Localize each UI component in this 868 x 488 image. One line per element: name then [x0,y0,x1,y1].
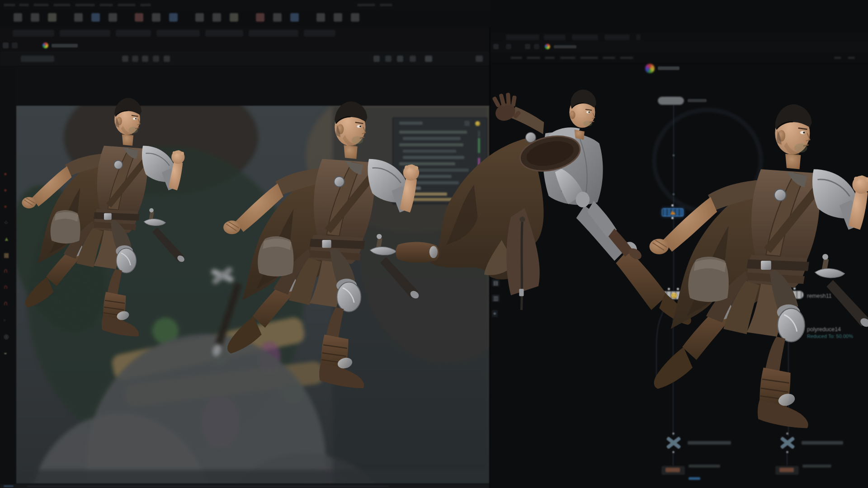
pane-split-icon[interactable] [3,42,9,48]
node-connector[interactable] [784,287,787,290]
shelf-tool-icon[interactable] [74,13,83,22]
shelf-tab[interactable] [13,30,54,37]
node-connector[interactable] [677,288,679,290]
node-connector[interactable] [786,432,788,435]
node-null-left[interactable] [665,436,683,450]
menu-item[interactable] [53,4,71,6]
shelf-tool-icon[interactable] [108,13,117,22]
pane-tab-title[interactable] [554,45,576,48]
menu-item[interactable] [848,56,855,59]
floating-panel[interactable] [392,117,487,204]
path-segment[interactable] [572,34,598,40]
node-upstream[interactable] [658,97,684,105]
snap-points-icon[interactable]: ⁘ [4,220,9,225]
path-segment[interactable] [636,34,641,40]
point-snap-icon[interactable]: ● [4,203,7,209]
viewport-toolbar-icon[interactable] [425,56,432,62]
magnet-icon[interactable]: ∪ [4,268,8,274]
menu-item[interactable] [560,56,576,59]
menu-item[interactable] [357,4,375,6]
pane-option-icon[interactable] [12,42,18,48]
point-snap-icon[interactable]: ● [4,171,7,177]
panel-row[interactable] [403,137,461,140]
path-segment[interactable] [604,34,630,40]
viewport-toolbar-icon[interactable] [397,56,403,62]
menu-item[interactable] [118,4,136,6]
node-connector[interactable] [788,300,791,302]
eye-icon[interactable]: ◉ [492,249,499,256]
panel-pin-icon[interactable] [475,121,480,126]
menu-item[interactable] [75,4,95,6]
node-connector[interactable] [668,288,670,290]
shelf-tool-icon[interactable] [135,13,143,22]
menu-item[interactable] [4,4,15,6]
menu-item[interactable] [510,56,522,59]
shelf-tool-icon[interactable] [334,13,342,22]
panel-row[interactable] [403,150,456,153]
shelf-tool-icon[interactable] [31,13,39,22]
current-node-icon[interactable] [645,64,655,73]
viewport-toolbar-icon[interactable] [122,56,128,62]
shelf-tab[interactable] [249,30,298,37]
shelf-tool-icon[interactable] [169,13,178,22]
menu-item[interactable] [545,56,555,59]
pane-pin-icon[interactable] [534,44,539,49]
panel-link-row[interactable] [410,192,447,196]
shelf-tab[interactable] [60,30,110,37]
node-connector[interactable] [672,432,675,435]
node-null-right[interactable] [778,436,797,450]
viewport-toolbar-icon[interactable] [132,56,138,62]
node-connector[interactable] [671,204,674,206]
pane-divider[interactable] [489,27,491,488]
node-connector[interactable] [672,300,674,303]
normals-icon[interactable]: ▲ [4,236,9,242]
menu-item[interactable] [620,56,633,59]
panel-row[interactable] [399,131,467,134]
pane-split-icon[interactable] [493,44,499,49]
node-polyreduce[interactable] [789,325,802,333]
menu-item[interactable] [380,4,392,6]
panel-section-header[interactable] [402,187,421,190]
misc-tool-icon[interactable]: ▫ [4,317,6,323]
shelf-tool-icon[interactable] [212,13,221,22]
location-pin-icon[interactable]: ⌖ [492,310,498,317]
shelf-tab[interactable] [116,30,151,37]
viewport-toolbar-icon[interactable] [164,56,170,62]
panel-row[interactable] [399,162,455,165]
magnet-icon[interactable]: ∪ [4,301,8,307]
viewport-toolbar-icon[interactable] [476,56,483,62]
viewport-toolbar-icon[interactable] [410,56,416,62]
menu-item[interactable] [603,56,615,59]
node-remesh-left[interactable] [661,291,687,299]
menu-item[interactable] [33,4,49,6]
viewport-toolbar-icon[interactable] [21,56,54,62]
node-remesh-right[interactable] [778,291,803,299]
shelf-tab[interactable] [205,30,243,37]
path-segment[interactable] [506,34,539,40]
viewport-toolbar-icon[interactable] [373,56,380,62]
list-icon[interactable]: ▤ [492,279,500,286]
pane-tab-title[interactable] [52,44,78,47]
menu-item[interactable] [99,4,113,6]
shelf-tab[interactable] [304,30,335,37]
menu-item[interactable] [834,56,841,59]
menu-item[interactable] [527,56,540,59]
shelf-tool-icon[interactable] [290,13,299,22]
node-output-right[interactable] [775,465,799,475]
panel-help-icon[interactable] [464,121,470,126]
shelf-tool-icon[interactable] [256,13,264,22]
shelf-tool-icon[interactable] [351,13,359,22]
panel-scrollbar[interactable] [478,131,480,198]
badge-icon[interactable]: ▥ [492,295,500,302]
panel-row[interactable] [399,143,463,146]
shelf-tab[interactable] [156,30,200,37]
viewport-toolbar-icon[interactable] [153,56,159,62]
shelf-tool-icon[interactable] [273,13,282,22]
shelf-tool-icon[interactable] [152,13,160,22]
point-snap-icon[interactable]: ● [4,187,7,193]
panel-row[interactable] [399,181,459,184]
axis-icon[interactable]: ⚹ [492,264,498,271]
pane-option-icon[interactable] [506,44,511,49]
shelf-tool-icon[interactable] [48,13,57,22]
node-connector[interactable] [671,217,674,219]
